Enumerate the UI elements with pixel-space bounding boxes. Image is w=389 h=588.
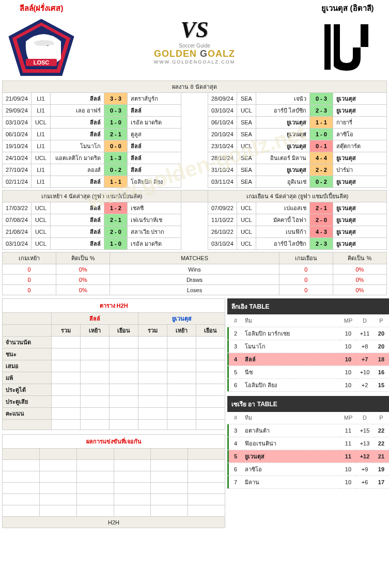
h2h-sub: เหย้า	[80, 325, 109, 337]
last4-row: 17/03/22UCLลีลล์1 - 2เชลซี07/09/22UCLเปแ…	[3, 202, 387, 214]
away-team-name: ยูเวนตุส (อิตาลี)	[312, 2, 384, 17]
away-team-logo	[312, 17, 384, 78]
last8-row: 06/10/24LI1ลีลล์2 - 1ตูลูส20/10/24SEAยูเ…	[3, 129, 387, 140]
h2h-away-team: ยูเวนตุส	[138, 313, 225, 325]
league-row: 4ฟิออเรนติน่า11+1322	[227, 437, 389, 450]
past-matches-table: ผลการแข่งขันที่เจอกัน H2H	[2, 434, 225, 528]
home-team-logo: LOSC	[5, 17, 77, 78]
wdl-row: 00%Loses00%	[3, 285, 387, 295]
site-url: WWW.GOLDENGOALZ.COM	[154, 59, 236, 65]
h2h-row: จำนวนนัด	[3, 337, 225, 348]
league-row: 6ลาซิโอ10+919	[227, 463, 389, 476]
league1-table: # ทีม MP D P 2โอลิมปิก มาร์กเซย10+11203โ…	[227, 314, 389, 392]
h2h-sub: เยือน	[196, 325, 225, 337]
last4-table: เกมเหย้า 4 นัดล่าสุด (ยูฟ่า แชมป์เปี้ยนล…	[2, 190, 387, 250]
vs-center: VS Soccer Guide GOLDEN GOALZ WWW.GOLDENG…	[77, 17, 312, 65]
past-note: H2H	[3, 517, 225, 528]
last8-section: ผลงาน 8 นัดล่าสุด 21/09/24LI1ลีลล์3 - 3ส…	[2, 81, 387, 188]
home-team-name: ลีลล์(ฝรั่งเศส)	[5, 2, 77, 17]
lg-col: MP	[340, 412, 356, 424]
league-row: 5ยูเวนตุส11+1221	[227, 450, 389, 463]
h2h-row: แพ้	[3, 372, 225, 384]
league-row: 6โอลิมปิก ลียง10+215	[227, 378, 389, 391]
league2-title: เซเรีย อา TABLE	[227, 396, 389, 412]
h2h-row: เสมอ	[3, 360, 225, 372]
last8-row: 29/09/24LI1เลอ อาฟร์0 - 3ลีลล์03/10/24UC…	[3, 105, 387, 117]
last8-row: 03/10/24UCLลีลล์1 - 0เรอัล มาดริด06/10/2…	[3, 117, 387, 129]
h2h-row: คะแนน	[3, 408, 225, 420]
wdl-col: คิดเป็น %	[333, 252, 386, 264]
last4-row: 03/10/24UCLลีลล์1 - 0เรอัล มาดริด03/10/2…	[3, 238, 387, 250]
wdl-col: เกมเยือน	[279, 252, 333, 264]
last4-row: 21/08/24UCLลีลล์2 - 0สลาเวีย ปราก26/10/2…	[3, 226, 387, 238]
wdl-row: 00%Draws00%	[3, 275, 387, 285]
last8-row: 24/10/24UCLแอตเลติโก มาดริด1 - 3ลีลล์28/…	[3, 152, 387, 164]
lg-col: P	[374, 412, 389, 424]
last8-table: ผลงาน 8 นัดล่าสุด 21/09/24LI1ลีลล์3 - 3ส…	[2, 81, 387, 188]
h2h-row: ชนะ	[3, 348, 225, 360]
league-row: 3อตาลันต้า11+1522	[227, 424, 389, 437]
lg-col: ทีม	[242, 314, 340, 327]
last8-row: 21/09/24LI1ลีลล์3 - 3สตราส์บูร์ก28/09/24…	[3, 93, 387, 105]
home-team-block: ลีลล์(ฝรั่งเศส) LOSC	[5, 2, 77, 78]
lg-col: MP	[340, 314, 356, 327]
lg-col: #	[229, 412, 242, 424]
wdl-section: เกมเหย้า คิดเป็น % MATCHES เกมเยือน คิดเ…	[2, 252, 387, 295]
h2h-row: ประตูเสีย	[3, 396, 225, 408]
match-header: ลีลล์(ฝรั่งเศส) LOSC VS Soccer Guide GOL…	[0, 0, 389, 78]
last4-row: 07/08/24UCLลีลล์2 - 1เฟเนร์บาห์เช11/10/2…	[3, 214, 387, 226]
league2-table: # ทีม MP D P 3อตาลันต้า11+15224ฟิออเรนติ…	[227, 412, 389, 489]
last8-title: ผลงาน 8 นัดล่าสุด	[3, 81, 387, 93]
h2h-home-team: ลีลล์	[51, 313, 138, 325]
wdl-table: เกมเหย้า คิดเป็น % MATCHES เกมเยือน คิดเ…	[2, 252, 387, 295]
h2h-sub: เยือน	[109, 325, 138, 337]
soccer-guide-label: Soccer Guide	[179, 43, 210, 49]
league-row: 2โอลิมปิก มาร์กเซย10+1120	[227, 327, 389, 340]
league-row: 5นีซ10+1016	[227, 365, 389, 378]
h2h-sub: รวม	[51, 325, 80, 337]
last4-away-title: เกมเยือน 4 นัดล่าสุด (ยูฟ่า แชมป์เปี้ยนล…	[208, 190, 387, 202]
lg-col: P	[374, 314, 389, 327]
last8-row: 02/11/24LI1ลีลล์1 - 1โอลิมปิก ลียง03/11/…	[3, 176, 387, 188]
league-row: 3โมนาโก10+820	[227, 340, 389, 353]
wdl-col: MATCHES	[110, 252, 279, 264]
last4-section: เกมเหย้า 4 นัดล่าสุด (ยูฟ่า แชมป์เปี้ยนล…	[2, 190, 387, 250]
league-row: 4ลีลล์10+718	[227, 353, 389, 365]
h2h-sub: รวม	[138, 325, 167, 337]
lg-col: ทีม	[242, 412, 340, 424]
lg-col: D	[356, 412, 374, 424]
wdl-col: เกมเหย้า	[3, 252, 56, 264]
vs-label: VS	[181, 17, 209, 43]
site-brand: GOLDEN GOALZ	[154, 49, 235, 59]
h2h-table: ตาราง H2H ลีลล์ ยูเวนตุส รวม เหย้า เยือน…	[2, 298, 225, 430]
league1-title: ลีกเอิง TABLE	[227, 298, 389, 314]
h2h-title: ตาราง H2H	[3, 299, 225, 313]
away-team-block: ยูเวนตุส (อิตาลี)	[312, 2, 384, 78]
svg-rect-5	[361, 24, 368, 47]
lg-col: #	[229, 314, 242, 327]
svg-rect-6	[324, 24, 331, 70]
past-title: ผลการแข่งขันที่เจอกัน	[3, 435, 225, 449]
wdl-row: 00%Wins00%	[3, 264, 387, 275]
last8-row: 27/10/24LI1ลองส์0 - 2ลีลล์31/10/24SEAยูเ…	[3, 164, 387, 176]
league-row: 7มิลาน10+617	[227, 476, 389, 489]
svg-text:LOSC: LOSC	[34, 59, 50, 66]
last4-home-title: เกมเหย้า 4 นัดล่าสุด (ยูฟ่า แชมป์เปี้ยนล…	[3, 190, 181, 202]
h2h-row: ประตูได้	[3, 384, 225, 396]
wdl-col: คิดเป็น %	[56, 252, 110, 264]
last8-row: 19/10/24LI1โมนาโก0 - 0ลีลล์23/10/24UCLยู…	[3, 140, 387, 152]
svg-rect-7	[331, 24, 334, 70]
lg-col: D	[356, 314, 374, 327]
h2h-sub: เหย้า	[167, 325, 196, 337]
